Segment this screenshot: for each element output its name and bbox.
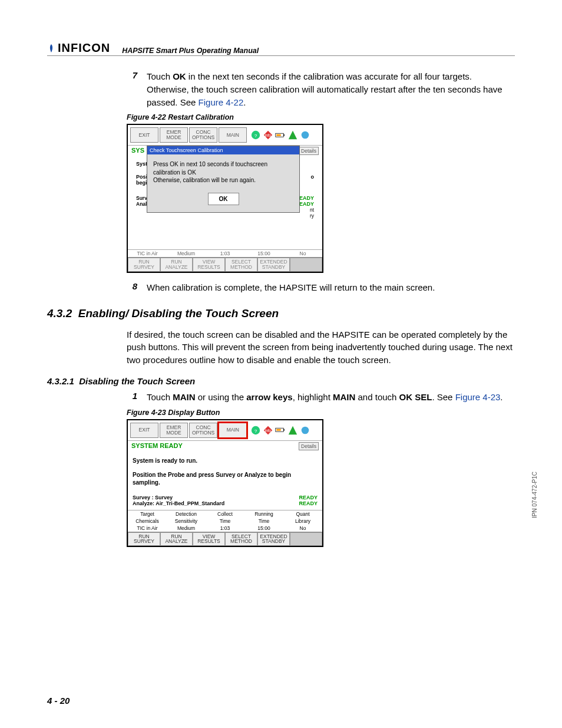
details-button[interactable]: Details — [299, 442, 319, 450]
run-analyze-button[interactable]: RUNANALYZE — [160, 532, 193, 546]
figure-link[interactable]: Figure 4-23 — [455, 392, 501, 402]
page-number: 4 - 20 — [47, 696, 70, 706]
help-icon[interactable]: ? — [250, 130, 261, 140]
exit-button[interactable]: EXIT — [130, 127, 158, 143]
brand-text: INFICON — [58, 41, 110, 55]
info-icon[interactable]: info — [263, 425, 273, 436]
calibration-dialog: Check Touchscreen Calibration Press OK i… — [147, 146, 300, 213]
ipn-code: IPN 074-472-P1C — [531, 472, 538, 518]
svg-point-8 — [302, 131, 309, 139]
svg-rect-6 — [277, 134, 282, 136]
figure-4-23-device: EXIT EMERMODE CONCOPTIONS MAIN ? info SY… — [127, 419, 323, 548]
step-8-text: When calibration is complete, the HAPSIT… — [147, 281, 515, 294]
figure-4-23-caption: Figure 4-23 Display Button — [127, 409, 515, 417]
run-survey-button[interactable]: RUNSURVEY — [128, 532, 160, 546]
emer-mode-button[interactable]: EMERMODE — [160, 423, 188, 438]
dialog-line1: Press OK in next 10 seconds if touchscre… — [153, 160, 293, 176]
section-4-3-2-para: If desired, the touch screen can be disa… — [127, 328, 515, 367]
select-method-button[interactable]: SELECTMETHOD — [225, 258, 257, 272]
exit-button[interactable]: EXIT — [130, 423, 158, 438]
svg-text:?: ? — [254, 133, 257, 139]
main-button-highlighted[interactable]: MAIN — [219, 423, 247, 438]
svg-text:info: info — [265, 133, 272, 137]
svg-text:?: ? — [254, 428, 257, 433]
system-ready-truncated: SYS — [131, 147, 144, 155]
dialog-line2: Otherwise, calibration will be run again… — [153, 176, 293, 185]
select-method-button[interactable]: SELECTMETHOD — [225, 532, 257, 546]
battery-icon — [275, 130, 286, 140]
details-button[interactable]: Details — [299, 147, 319, 155]
emer-mode-button[interactable]: EMERMODE — [160, 127, 188, 143]
svg-rect-15 — [277, 429, 282, 431]
position-probe-text: Position the Probe and press Survey or A… — [133, 471, 318, 486]
svg-point-17 — [302, 426, 309, 434]
step-number: 8 — [127, 281, 137, 294]
section-4-3-2-heading: 4.3.2 Enabling/ Disabling the Touch Scre… — [47, 307, 515, 320]
step-number: 7 — [127, 70, 137, 108]
run-survey-button[interactable]: RUNSURVEY — [128, 258, 160, 272]
warning-icon — [287, 130, 298, 140]
survey-method: Survey : Survey — [133, 495, 173, 500]
system-ready-label: SYSTEM READY — [131, 442, 183, 450]
blank-foot-button — [290, 258, 322, 272]
ready-to-run-text: System is ready to run. — [133, 457, 318, 464]
dialog-title: Check Touchscreen Calibration — [147, 146, 299, 154]
conc-options-button[interactable]: CONCOPTIONS — [189, 423, 217, 438]
svg-text:info: info — [265, 428, 272, 432]
conc-options-button[interactable]: CONCOPTIONS — [189, 127, 217, 143]
run-analyze-button[interactable]: RUNANALYZE — [160, 258, 193, 272]
step-7-text: Touch OK in the next ten seconds if the … — [147, 70, 515, 108]
step-number: 1 — [127, 391, 137, 404]
doc-title: HAPSITE Smart Plus Operating Manual — [122, 47, 259, 55]
section-4-3-2-1-heading: 4.3.2.1 Disabling the Touch Screen — [47, 376, 515, 386]
view-results-button[interactable]: VIEWRESULTS — [193, 532, 225, 546]
view-results-button[interactable]: VIEWRESULTS — [193, 258, 225, 272]
battery-icon — [275, 425, 286, 436]
brand-logo: INFICON — [47, 41, 110, 55]
figure-4-22-caption: Figure 4-22 Restart Calibration — [127, 113, 515, 121]
svg-marker-16 — [289, 426, 297, 434]
main-button[interactable]: MAIN — [219, 127, 247, 143]
globe-icon — [300, 425, 310, 436]
extended-standby-button[interactable]: EXTENDEDSTANDBY — [257, 258, 290, 272]
svg-rect-14 — [284, 429, 285, 431]
globe-icon — [300, 130, 310, 140]
figure-4-22-device: EXIT EMERMODE CONCOPTIONS MAIN ? info SY… — [127, 124, 323, 273]
warning-icon — [287, 425, 298, 436]
ok-button[interactable]: OK — [208, 193, 239, 206]
survey-ready: READY — [299, 495, 318, 500]
blank-foot-button — [290, 532, 322, 546]
extended-standby-button[interactable]: EXTENDEDSTANDBY — [257, 532, 290, 546]
svg-marker-7 — [289, 131, 297, 139]
analyze-method: Analyze: Air_Tri-Bed_PPM_Standard — [133, 500, 224, 506]
help-icon[interactable]: ? — [250, 425, 261, 436]
svg-rect-5 — [284, 134, 285, 136]
analyze-ready: READY — [299, 500, 318, 506]
info-icon[interactable]: info — [263, 130, 273, 140]
step-1-text: Touch MAIN or using the arrow keys, high… — [147, 391, 515, 404]
figure-link[interactable]: Figure 4-22 — [199, 97, 244, 107]
inficon-icon — [47, 43, 55, 54]
